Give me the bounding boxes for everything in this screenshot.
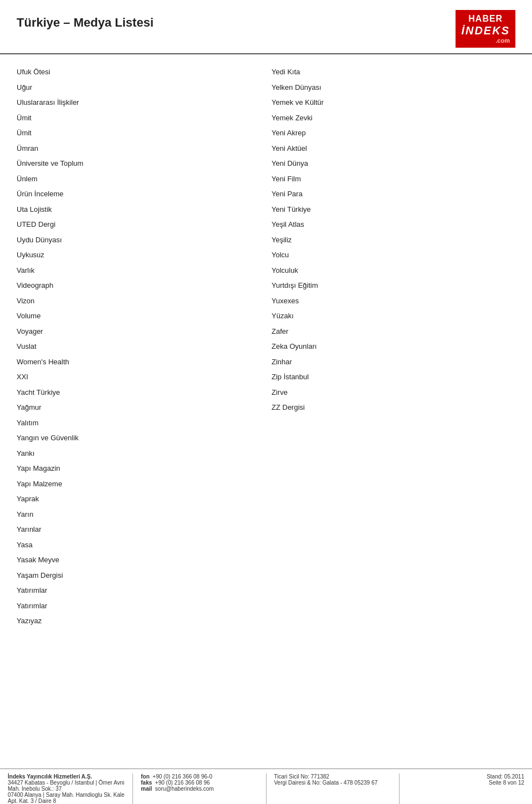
list-item: Zip İstanbul bbox=[272, 369, 515, 385]
list-item: Yasa bbox=[17, 537, 260, 553]
list-item: Vizon bbox=[17, 293, 260, 309]
list-item: Uluslararası İlişkiler bbox=[17, 95, 260, 110]
list-item: Vuslat bbox=[17, 339, 260, 354]
list-item: Yangın ve Güvenlik bbox=[17, 430, 260, 446]
footer-tax: Ticari Sicil No: 771382 Vergi Dairesi & … bbox=[267, 774, 400, 804]
list-item: Yeni Akrep bbox=[272, 125, 515, 141]
footer-tax2: Vergi Dairesi & No: Galata - 478 05239 6… bbox=[274, 780, 391, 786]
footer-contact: fon +90 (0) 216 366 08 96-0 faks +90 (0)… bbox=[133, 774, 266, 804]
list-item: Ümit bbox=[17, 110, 260, 126]
list-item: Yeni Dünya bbox=[272, 156, 515, 171]
footer-fon-value: +90 (0) 216 366 08 96-0 bbox=[152, 774, 212, 780]
list-item: Yasak Meyve bbox=[17, 552, 260, 568]
page-title: Türkiye – Medya Listesi bbox=[17, 10, 154, 30]
footer-faks-value: +90 (0) 216 366 08 96 bbox=[155, 780, 210, 786]
list-item: Uta Lojistik bbox=[17, 202, 260, 217]
list-item: Zafer bbox=[272, 324, 515, 339]
footer-faks-label: faks bbox=[141, 780, 152, 786]
list-item: UTED Dergi bbox=[17, 217, 260, 232]
list-item: Yurtdışı Eğitim bbox=[272, 278, 515, 293]
list-item: Yacht Türkiye bbox=[17, 385, 260, 400]
list-item: Yeni Para bbox=[272, 186, 515, 202]
footer-mail: mail soru@haberindeks.com bbox=[141, 786, 258, 792]
footer-company-info: İndeks Yayıncılık Hizmetleri A.Ş. 34427 … bbox=[0, 774, 133, 804]
footer-address1: 34427 Kabatas - Beyoglu / Istanbul | Öme… bbox=[8, 780, 125, 792]
footer-tax1: Ticari Sicil No: 771382 bbox=[274, 774, 391, 780]
footer-company-name: İndeks Yayıncılık Hizmetleri A.Ş. bbox=[8, 774, 125, 780]
list-item: Yarın bbox=[17, 507, 260, 522]
list-item: Voyager bbox=[17, 324, 260, 339]
page-footer: İndeks Yayıncılık Hizmetleri A.Ş. 34427 … bbox=[0, 769, 532, 804]
footer-fon: fon +90 (0) 216 366 08 96-0 bbox=[141, 774, 258, 780]
footer-mail-label: mail bbox=[141, 786, 152, 792]
list-item: Yolcu bbox=[272, 247, 515, 263]
list-item: Volume bbox=[17, 308, 260, 324]
list-item: XXI bbox=[17, 369, 260, 385]
list-item: Yapı Malzeme bbox=[17, 476, 260, 492]
list-item: Ümit bbox=[17, 125, 260, 141]
list-item: Yapı Magazin bbox=[17, 461, 260, 476]
list-item: Yatırımlar bbox=[17, 583, 260, 598]
list-item: Zirve bbox=[272, 385, 515, 400]
list-item: Uydu Dünyası bbox=[17, 232, 260, 248]
list-item: Ürün İnceleme bbox=[17, 186, 260, 202]
list-item: Ünlem bbox=[17, 171, 260, 187]
list-item: Üniversite ve Toplum bbox=[17, 156, 260, 171]
list-item: Videograph bbox=[17, 278, 260, 293]
footer-mail-value: soru@haberindeks.com bbox=[155, 786, 214, 792]
right-column: Yedi KıtaYelken DünyasıYemek ve KültürYe… bbox=[272, 64, 515, 629]
main-content: Ufuk ÖtesiUğurUluslararası İlişkilerÜmit… bbox=[0, 64, 532, 629]
list-item: Yüzakı bbox=[272, 308, 515, 324]
list-item: Yaprak bbox=[17, 491, 260, 507]
footer-faks: faks +90 (0) 216 366 08 96 bbox=[141, 780, 258, 786]
footer-fon-label: fon bbox=[141, 774, 150, 780]
logo-dotcom: .com bbox=[461, 37, 510, 44]
list-item: Yarınlar bbox=[17, 522, 260, 537]
list-item: Uykusuz bbox=[17, 247, 260, 263]
list-item: Yeni Film bbox=[272, 171, 515, 187]
list-item: Yemek Zevki bbox=[272, 110, 515, 126]
list-item: Yaşam Dergisi bbox=[17, 568, 260, 583]
footer-stand: Stand: 05.2011 bbox=[407, 774, 524, 780]
list-item: Zeka Oyunları bbox=[272, 339, 515, 354]
list-item: Yeni Aktüel bbox=[272, 141, 515, 156]
list-item: Yuxexes bbox=[272, 293, 515, 309]
list-item: Ufuk Ötesi bbox=[17, 64, 260, 80]
list-item: Ümran bbox=[17, 141, 260, 156]
list-item: Yeşiliz bbox=[272, 232, 515, 248]
footer-page: Stand: 05.2011 Seite 8 von 12 bbox=[400, 774, 532, 804]
list-item: Yatırımlar bbox=[17, 598, 260, 614]
list-item: Yelken Dünyası bbox=[272, 80, 515, 95]
list-item: Yeşil Atlas bbox=[272, 217, 515, 232]
list-item: Yazıyaz bbox=[17, 613, 260, 629]
list-item: Yankı bbox=[17, 446, 260, 461]
logo-indeks: İNDEKS bbox=[461, 24, 510, 37]
list-item: Women's Health bbox=[17, 354, 260, 370]
list-item: Yeni Türkiye bbox=[272, 202, 515, 217]
left-column: Ufuk ÖtesiUğurUluslararası İlişkilerÜmit… bbox=[17, 64, 272, 629]
list-item: Yolculuk bbox=[272, 263, 515, 278]
page-header: Türkiye – Medya Listesi HABER İNDEKS .co… bbox=[0, 0, 532, 54]
list-item: Uğur bbox=[17, 80, 260, 95]
logo: HABER İNDEKS .com bbox=[456, 10, 515, 48]
list-item: Yemek ve Kültür bbox=[272, 95, 515, 110]
list-item: Zinhar bbox=[272, 354, 515, 370]
footer-address2: 07400 Alanya | Saray Mah. Hamdioglu Sk. … bbox=[8, 792, 125, 804]
list-item: Yağmur bbox=[17, 400, 260, 415]
logo-haber: HABER bbox=[461, 13, 510, 24]
footer-seite: Seite 8 von 12 bbox=[407, 780, 524, 786]
list-item: ZZ Dergisi bbox=[272, 400, 515, 415]
list-item: Varlık bbox=[17, 263, 260, 278]
list-item: Yalıtım bbox=[17, 415, 260, 431]
list-item: Yedi Kıta bbox=[272, 64, 515, 80]
